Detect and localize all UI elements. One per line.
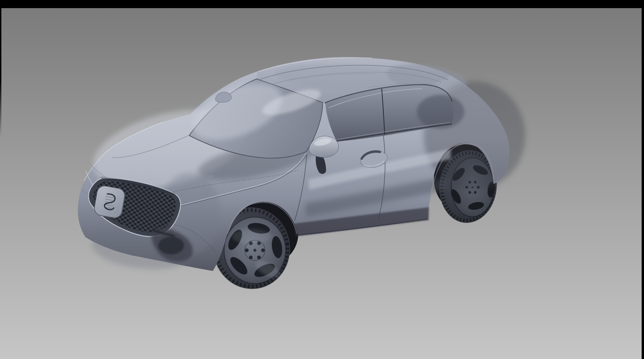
render-app-window — [0, 0, 644, 359]
front-wheel-rim — [224, 217, 286, 283]
seat-logo — [93, 185, 126, 219]
car-render — [0, 0, 644, 359]
car-body — [78, 57, 525, 274]
